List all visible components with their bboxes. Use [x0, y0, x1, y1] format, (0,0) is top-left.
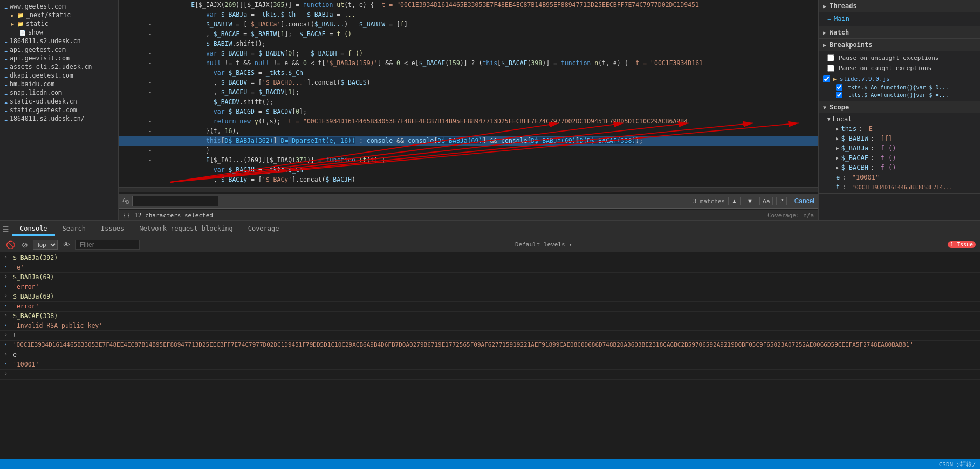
- tab-search[interactable]: Search: [55, 223, 93, 236]
- thread-main-item[interactable]: → Main: [819, 14, 980, 24]
- scope-t: t: "00C1E3934D1614465B33053E7F4...: [827, 182, 980, 192]
- sidebar-toggle-icon[interactable]: ☰: [2, 225, 9, 233]
- console-filter-input[interactable]: [75, 240, 140, 250]
- breakpoints-section: ▶ Breakpoints Pause on uncaught exceptio…: [819, 39, 980, 101]
- tree-item-api-geevisit[interactable]: ☁ api.geevisit.com: [0, 54, 118, 63]
- scope-this-key: this: [841, 125, 856, 133]
- log-arrow-9[interactable]: ›: [4, 332, 10, 337]
- prev-match-button[interactable]: ▲: [728, 197, 741, 205]
- log-text-11: e: [13, 351, 17, 358]
- code-editor: - E[$_IAJX(269)][$_IAJX(365)] = function…: [119, 0, 818, 220]
- scope-chevron: ▼: [823, 105, 826, 111]
- clear-console-button[interactable]: 🚫: [4, 240, 17, 249]
- scope-local-items: ▶ this: E ▶ $_BABIW: [f] ▶ $_BABJa: f (): [819, 124, 980, 192]
- selected-text-status: 12 characters selected: [134, 212, 213, 219]
- log-arrow-1[interactable]: ›: [4, 254, 10, 260]
- horizontal-scrollbar[interactable]: [119, 187, 818, 192]
- scope-bacbh[interactable]: ▶ $_BACBH: f (): [827, 163, 980, 173]
- log-text-9: t: [13, 332, 17, 339]
- log-arrow-2[interactable]: ‹: [4, 264, 10, 270]
- tab-coverage[interactable]: Coverage: [241, 223, 287, 236]
- tree-item-api-geetest[interactable]: ☁ api.geetest.com: [0, 45, 118, 54]
- breakpoint-file-item[interactable]: ▶ slide.7.9.0.js: [819, 74, 980, 84]
- tree-item-show[interactable]: 📄 show: [0, 28, 118, 37]
- top-context-dropdown[interactable]: top: [33, 240, 58, 250]
- folder-icon: ▶ 📁: [11, 12, 24, 18]
- cloud-icon-3: ☁: [4, 47, 8, 53]
- watch-header[interactable]: ▶ Watch: [819, 26, 980, 38]
- log-arrow-7[interactable]: ›: [4, 312, 10, 318]
- log-arrow-8[interactable]: ‹: [4, 322, 10, 328]
- case-sensitive-button[interactable]: Aa: [759, 197, 773, 205]
- regex-button[interactable]: .*: [776, 197, 786, 205]
- folder-icon-2: ▶ 📁: [11, 21, 24, 27]
- breakpoints-content: Pause on uncaught exceptions Pause on ca…: [819, 51, 980, 101]
- log-arrow-12[interactable]: ‹: [4, 361, 10, 367]
- watch-title: Watch: [830, 29, 849, 36]
- eye-icon-button[interactable]: 👁: [61, 240, 72, 249]
- cloud-icon-8: ☁: [4, 90, 8, 96]
- console-filter-button[interactable]: ⊘: [20, 240, 30, 249]
- scope-local-label: Local: [832, 115, 852, 123]
- tree-item-hm-baidu[interactable]: ☁ hm.baidu.com: [0, 80, 118, 88]
- threads-header[interactable]: ▶ Threads: [819, 0, 980, 12]
- tree-item-dkapi[interactable]: ☁ dkapi.geetest.com: [0, 71, 118, 80]
- default-levels-dropdown[interactable]: Default levels ▾: [515, 241, 572, 248]
- log-arrow-3[interactable]: ›: [4, 273, 10, 279]
- log-entry-5: › $_BABJa(69): [0, 292, 980, 302]
- tree-item-assets-cli[interactable]: ☁ assets-cli.s2.udesk.cn: [0, 63, 118, 71]
- log-text-5: $_BABJa(69): [13, 293, 54, 300]
- log-entry-11: › e: [0, 350, 980, 360]
- log-arrow-11[interactable]: ›: [4, 351, 10, 357]
- log-entry-7: › $_BACAF(338): [0, 312, 980, 321]
- log-arrow-4[interactable]: ‹: [4, 283, 10, 289]
- scope-babiw[interactable]: ▶ $_BABIW: [f]: [827, 134, 980, 143]
- scope-e: e: "10001": [827, 173, 980, 182]
- log-arrow-13[interactable]: ›: [4, 370, 10, 376]
- scope-header[interactable]: ▼ Scope: [819, 101, 980, 113]
- scope-bacaf[interactable]: ▶ $_BACAF: f (): [827, 153, 980, 163]
- log-arrow-5[interactable]: ›: [4, 293, 10, 299]
- threads-content: → Main: [819, 12, 980, 26]
- scope-local-header[interactable]: ▼ Local: [819, 114, 980, 124]
- tab-issues[interactable]: Issues: [93, 223, 132, 236]
- log-text-12: '10001': [13, 361, 39, 368]
- scope-bacbh-triangle: ▶: [836, 165, 839, 170]
- file-checkbox[interactable]: [823, 75, 830, 82]
- scope-babja[interactable]: ▶ $_BABJa: f (): [827, 143, 980, 153]
- scope-babiw-key: $_BABIW: [841, 135, 868, 142]
- breakpoints-header[interactable]: ▶ Breakpoints: [819, 39, 980, 51]
- bp-entry-2-checkbox[interactable]: [836, 92, 842, 98]
- brace-icon: {}: [123, 212, 130, 219]
- scope-bacaf-val: f (): [880, 154, 896, 162]
- log-arrow-6[interactable]: ‹: [4, 302, 10, 308]
- tree-item-static-geetest[interactable]: ☁ static.geetest.com: [0, 106, 118, 114]
- scope-bacaf-triangle: ▶: [836, 155, 839, 161]
- tree-item-udesk2[interactable]: ☁ 1864011.s2.udesk.cn/: [0, 114, 118, 123]
- threads-chevron: ▶: [823, 3, 826, 9]
- tab-network-blocking[interactable]: Network request blocking: [132, 223, 240, 236]
- pause-uncaught-checkbox[interactable]: [827, 54, 834, 61]
- log-arrow-10[interactable]: ‹: [4, 341, 10, 347]
- code-lines: - E[$_IAJX(269)][$_IAJX(365)] = function…: [119, 0, 818, 187]
- tree-item-static[interactable]: ▶ 📁 static: [0, 19, 118, 28]
- bp-entry-1-checkbox[interactable]: [836, 84, 842, 91]
- console-toolbar: 🚫 ⊘ top 👁 Default levels ▾ 1 Issue: [0, 237, 980, 252]
- log-text-4: 'error': [13, 283, 39, 291]
- file-expand-icon: ▶: [833, 76, 837, 82]
- tree-item-snap-licdn[interactable]: ☁ snap.licdn.com: [0, 88, 118, 97]
- scope-this[interactable]: ▶ this: E: [827, 124, 980, 134]
- search-input[interactable]: new U: [132, 196, 218, 206]
- scope-e-val: "10001": [852, 174, 880, 181]
- tree-item-static-ud[interactable]: ☁ static-ud.udesk.cn: [0, 97, 118, 106]
- tree-item-next-static[interactable]: ▶ 📁 _next/static: [0, 11, 118, 19]
- tree-item-udesk1[interactable]: ☁ 1864011.s2.udesk.cn: [0, 37, 118, 45]
- issues-badge: 1 Issue: [948, 241, 976, 248]
- thread-arrow: →: [827, 16, 831, 22]
- cancel-search-button[interactable]: Cancel: [794, 197, 814, 205]
- tab-console[interactable]: Console: [12, 223, 55, 236]
- next-match-button[interactable]: ▼: [744, 197, 756, 205]
- tree-item-geetest[interactable]: ☁ www.geetest.com: [0, 2, 118, 11]
- console-log-area: › $_BABJa(392) ‹ 'e' › $_BABJa(69) ‹ 'er…: [0, 252, 980, 459]
- pause-caught-checkbox[interactable]: [827, 65, 834, 72]
